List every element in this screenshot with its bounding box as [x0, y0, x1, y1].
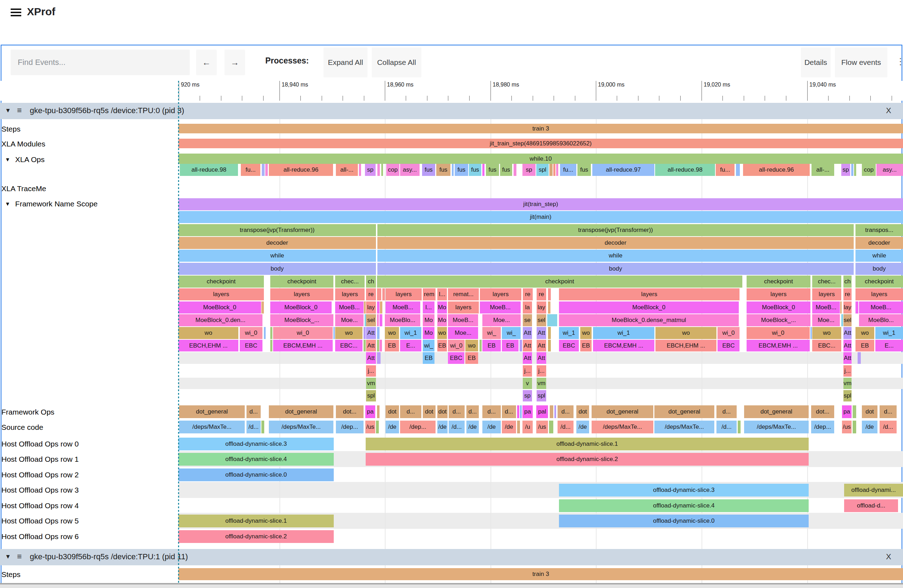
trace-event[interactable]: [381, 164, 383, 176]
expand-all-button[interactable]: Expand All: [324, 47, 367, 77]
trace-event[interactable]: j...: [843, 365, 851, 377]
trace-event[interactable]: Mo: [437, 314, 447, 326]
trace-event[interactable]: wo: [856, 327, 874, 339]
trace-event[interactable]: all-reduce.97: [592, 164, 654, 176]
trace-event[interactable]: [364, 302, 366, 313]
trace-event[interactable]: checkpoint: [377, 275, 743, 288]
trace-event[interactable]: EB: [423, 352, 434, 364]
trace-event[interactable]: sp: [841, 164, 850, 176]
trace-event[interactable]: Att: [843, 340, 851, 351]
trace-event[interactable]: spl: [536, 164, 549, 176]
trace-event[interactable]: wi_0: [240, 327, 263, 339]
trace-event[interactable]: wi_1: [559, 327, 579, 339]
trace-event[interactable]: Att: [843, 352, 851, 364]
trace-event[interactable]: Att: [843, 327, 851, 339]
trace-event[interactable]: lay: [536, 302, 546, 313]
trace-event[interactable]: while: [178, 250, 376, 262]
details-button[interactable]: Details: [801, 47, 831, 77]
trace-event[interactable]: layers: [335, 288, 365, 300]
trace-event[interactable]: EB: [502, 340, 519, 351]
trace-event[interactable]: MoeBlock_0.den...: [178, 314, 263, 326]
trace-event[interactable]: [517, 421, 520, 433]
trace-event[interactable]: sp: [523, 390, 532, 401]
trace-event[interactable]: Att: [366, 352, 376, 364]
trace-event[interactable]: [856, 302, 858, 313]
trace-event[interactable]: /deps/MaxTe...: [592, 421, 653, 433]
trace-event[interactable]: d...: [879, 406, 897, 418]
trace-event[interactable]: d...: [466, 406, 479, 418]
trace-event[interactable]: /us: [365, 421, 375, 433]
trace-event[interactable]: /dep...: [400, 421, 436, 433]
trace-event[interactable]: dot: [437, 406, 448, 418]
trace-event[interactable]: spl: [366, 390, 376, 401]
trace-event[interactable]: [553, 164, 555, 176]
trace-event[interactable]: fus: [436, 164, 450, 176]
trace-event[interactable]: [854, 164, 856, 176]
trace-event[interactable]: ch: [843, 275, 851, 288]
trace-event[interactable]: MoeBlock_0.dense_matmul: [559, 314, 739, 326]
trace-event[interactable]: E...: [400, 340, 422, 351]
collapse-process-icon[interactable]: ▼: [5, 107, 11, 114]
trace-event[interactable]: sel: [366, 314, 376, 326]
trace-event[interactable]: chec...: [335, 275, 365, 288]
trace-event[interactable]: wo: [580, 327, 592, 339]
trace-event[interactable]: offload-dynamic-slice.2: [366, 453, 809, 465]
row-label[interactable]: ▼XLA Ops: [5, 155, 45, 164]
trace-event[interactable]: [377, 406, 379, 418]
trace-event[interactable]: [377, 352, 381, 364]
trace-event[interactable]: Att: [536, 340, 546, 351]
trace-event[interactable]: all-reduce.96: [743, 164, 810, 176]
trace-event[interactable]: [853, 406, 856, 418]
trace-event[interactable]: [548, 327, 551, 339]
next-event-button[interactable]: →: [225, 50, 245, 75]
trace-event[interactable]: re: [523, 288, 533, 300]
trace-event[interactable]: offload-dynamic-slice.2: [178, 530, 334, 543]
trace-event[interactable]: [377, 327, 379, 339]
menu-hamburger-icon[interactable]: [11, 8, 21, 17]
trace-event[interactable]: wo: [385, 327, 399, 339]
trace-event[interactable]: /d...: [247, 421, 261, 433]
trace-event[interactable]: dot_general: [744, 406, 809, 418]
trace-event[interactable]: Moe...: [335, 314, 363, 326]
collapse-row-icon[interactable]: ▼: [5, 156, 10, 162]
trace-event[interactable]: [377, 302, 379, 313]
trace-event[interactable]: [379, 340, 382, 351]
trace-event[interactable]: wo: [335, 327, 362, 339]
trace-event[interactable]: wi_0: [717, 327, 739, 339]
trace-event[interactable]: all-reduce.98: [655, 164, 715, 176]
trace-event[interactable]: chec...: [812, 275, 841, 288]
trace-event[interactable]: asy...: [876, 164, 903, 176]
trace-event[interactable]: transpos...: [856, 224, 903, 236]
trace-event[interactable]: [377, 314, 379, 326]
trace-event[interactable]: l...: [423, 302, 434, 313]
trace-event[interactable]: [736, 164, 740, 176]
trace-event[interactable]: offload-dynamic-slice.3: [559, 484, 809, 497]
trace-event[interactable]: /u: [522, 421, 533, 433]
trace-event[interactable]: Att: [523, 327, 532, 339]
trace-event[interactable]: MoeB...: [385, 302, 420, 313]
trace-event[interactable]: MoeBlock_0: [559, 302, 739, 313]
trace-event[interactable]: offload-dynamic-slice.4: [178, 453, 334, 465]
trace-event[interactable]: fus: [500, 164, 512, 176]
trace-event[interactable]: [548, 288, 551, 300]
trace-event[interactable]: EBCH,EHM ...: [178, 340, 238, 351]
trace-event[interactable]: EBC: [240, 340, 263, 351]
trace-event[interactable]: MoeB...: [448, 314, 478, 326]
trace-event[interactable]: [363, 327, 366, 339]
trace-event[interactable]: train 3: [178, 124, 903, 134]
trace-event[interactable]: EBC: [559, 340, 579, 351]
trace-event[interactable]: MoeB...: [480, 302, 521, 313]
more-options-icon[interactable]: ⋮: [896, 56, 903, 67]
trace-event[interactable]: offload-dynamic-slice.4: [559, 499, 809, 512]
trace-event[interactable]: wi_1: [593, 327, 654, 339]
trace-event[interactable]: fu...: [560, 164, 576, 176]
trace-event[interactable]: MoeBlock_...: [747, 314, 810, 326]
trace-event[interactable]: dot: [862, 406, 878, 418]
flow-events-button[interactable]: Flow events: [835, 47, 887, 77]
trace-event[interactable]: EB: [580, 340, 592, 351]
trace-event[interactable]: offload-dynami...: [844, 484, 903, 497]
trace-event[interactable]: [548, 340, 551, 351]
trace-event[interactable]: jit_train_step(4869159985936022652): [178, 139, 903, 148]
trace-event[interactable]: EB: [437, 340, 447, 351]
close-process-button[interactable]: X: [886, 552, 891, 561]
